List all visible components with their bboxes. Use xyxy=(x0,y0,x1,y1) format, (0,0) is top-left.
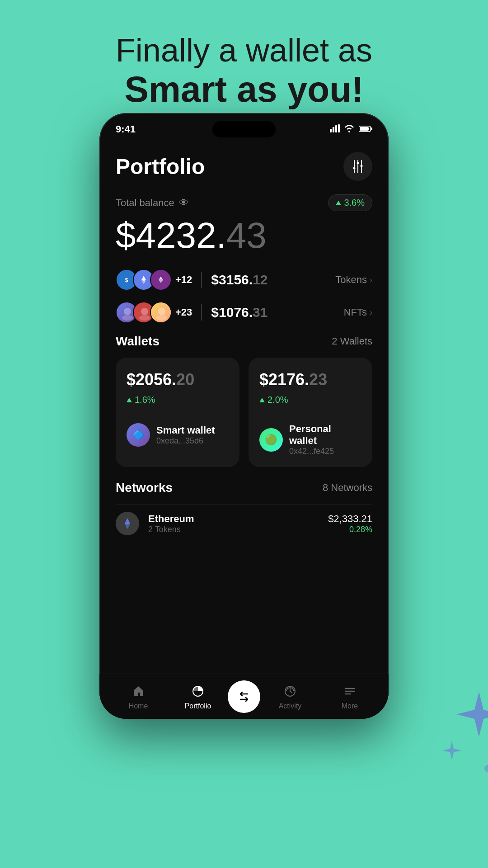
balance-amount: $4232.43 xyxy=(116,216,372,255)
chevron-right-icon: › xyxy=(370,308,372,317)
dynamic-island xyxy=(212,121,276,137)
wallet-card-1[interactable]: $2056.20 1.6% 🔷 Smart wallet 0xeda...35d… xyxy=(116,358,239,467)
settings-button[interactable] xyxy=(343,152,372,181)
svg-point-29 xyxy=(158,308,165,315)
battery-icon xyxy=(359,124,372,135)
portfolio-icon xyxy=(190,683,206,699)
more-icon xyxy=(342,683,358,699)
wallets-section-header: Wallets 2 Wallets xyxy=(116,334,372,349)
balance-section: Total balance 👁 3.6% $4232.43 xyxy=(116,194,372,255)
activity-label: Activity xyxy=(279,702,302,710)
wallet1-amount: $2056.20 xyxy=(127,370,229,389)
status-time: 9:41 xyxy=(116,123,136,135)
home-label: Home xyxy=(129,702,148,710)
up-arrow-icon xyxy=(127,398,132,402)
phone-frame: 9:41 xyxy=(99,113,389,719)
eye-icon[interactable]: 👁 xyxy=(179,197,189,209)
svg-point-23 xyxy=(124,308,131,315)
nft-value: $1076.31 xyxy=(211,305,334,320)
svg-point-26 xyxy=(141,308,148,315)
wallet1-avatar: 🔷 xyxy=(127,423,150,447)
svg-rect-6 xyxy=(360,127,369,131)
svg-rect-1 xyxy=(333,127,334,132)
activity-icon xyxy=(282,683,298,699)
wallet2-amount: $2176.23 xyxy=(259,370,361,389)
wallets-count: 2 Wallets xyxy=(332,335,372,347)
hero-line1: Finally a wallet as xyxy=(0,32,488,69)
ethereum-icon xyxy=(116,512,139,535)
svg-point-10 xyxy=(353,167,356,170)
svg-point-24 xyxy=(122,315,133,321)
tab-more[interactable]: More xyxy=(320,683,380,710)
wallets-title: Wallets xyxy=(116,334,160,349)
chevron-right-icon: › xyxy=(370,275,372,285)
svg-text:$: $ xyxy=(125,277,128,283)
token-count: +12 xyxy=(175,274,192,286)
tab-bar: Home Portfolio xyxy=(99,674,389,719)
nft-count: +23 xyxy=(175,307,192,318)
ethereum-value: $2,333.21 0.28% xyxy=(328,513,372,534)
nft-icons: +23 xyxy=(116,302,192,323)
portfolio-header: Portfolio xyxy=(116,152,372,181)
divider xyxy=(201,272,202,288)
wallet1-info: 🔷 Smart wallet 0xeda...35d6 xyxy=(127,423,229,447)
svg-point-39 xyxy=(484,765,488,772)
wallet2-details: Personal wallet 0x42...fe425 xyxy=(289,423,361,456)
wallet-cards: $2056.20 1.6% 🔷 Smart wallet 0xeda...35d… xyxy=(116,358,372,467)
networks-title: Networks xyxy=(116,481,173,495)
up-arrow-icon xyxy=(336,201,341,205)
nfts-row[interactable]: +23 $1076.31 NFTs › xyxy=(116,302,372,323)
wallet-card-2[interactable]: $2176.23 2.0% 🟢 Personal wallet 0x42...f… xyxy=(249,358,372,467)
nft-icon-3 xyxy=(150,302,172,323)
wallet1-change: 1.6% xyxy=(127,395,229,405)
token-icon-3 xyxy=(150,269,172,291)
tokens-label[interactable]: Tokens › xyxy=(335,274,372,286)
more-label: More xyxy=(342,702,358,710)
token-icons: $ xyxy=(116,269,192,291)
svg-rect-3 xyxy=(338,124,340,132)
svg-point-27 xyxy=(139,315,150,321)
page-title: Portfolio xyxy=(116,154,205,179)
svg-rect-2 xyxy=(335,125,337,132)
up-arrow-icon xyxy=(259,398,265,402)
svg-point-7 xyxy=(357,162,359,165)
tab-portfolio[interactable]: Portfolio xyxy=(168,683,228,710)
ethereum-row[interactable]: Ethereum 2 Tokens $2,333.21 0.28% xyxy=(116,504,372,542)
wallet2-avatar: 🟢 xyxy=(259,428,283,452)
wallet2-change: 2.0% xyxy=(259,395,361,405)
signal-icon xyxy=(330,124,340,135)
tab-home[interactable]: Home xyxy=(108,683,168,710)
hero-line2: Smart as you! xyxy=(0,69,488,110)
tokens-row[interactable]: $ xyxy=(116,269,372,291)
change-badge: 3.6% xyxy=(328,194,372,211)
divider-nft xyxy=(201,304,202,321)
wifi-icon xyxy=(344,124,354,135)
ethereum-info: Ethereum 2 Tokens xyxy=(148,513,319,534)
nfts-label[interactable]: NFTs › xyxy=(344,307,372,318)
swap-button[interactable] xyxy=(228,680,260,713)
svg-rect-0 xyxy=(330,129,332,132)
status-icons xyxy=(330,124,372,135)
svg-point-30 xyxy=(156,315,167,321)
tab-activity[interactable]: Activity xyxy=(260,683,320,710)
token-value: $3156.12 xyxy=(211,272,326,288)
svg-marker-31 xyxy=(125,518,130,525)
decorative-stars xyxy=(434,687,488,778)
app-content: Portfolio Total balance xyxy=(99,138,389,674)
wallet2-info: 🟢 Personal wallet 0x42...fe425 xyxy=(259,423,361,456)
home-icon xyxy=(130,683,146,699)
svg-rect-5 xyxy=(371,127,372,130)
networks-count: 8 Networks xyxy=(323,482,372,494)
wallet1-details: Smart wallet 0xeda...35d6 xyxy=(156,425,215,446)
hero-section: Finally a wallet as Smart as you! xyxy=(0,0,488,128)
portfolio-label: Portfolio xyxy=(185,702,211,710)
balance-label-row: Total balance 👁 3.6% xyxy=(116,194,372,211)
svg-point-13 xyxy=(361,165,363,167)
networks-section-header: Networks 8 Networks xyxy=(116,481,372,495)
balance-label: Total balance 👁 xyxy=(116,197,189,209)
